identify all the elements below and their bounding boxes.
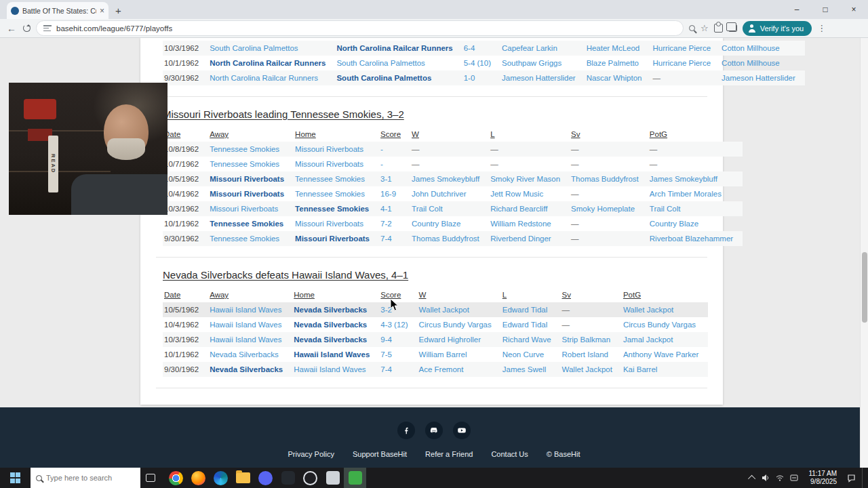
player-link-w[interactable]: Ace Fremont — [419, 365, 464, 373]
series-title[interactable]: Missouri Riverboats leading Tennessee Sm… — [163, 108, 701, 120]
home-team-link[interactable]: Tennessee Smokies — [295, 190, 365, 198]
away-team-link[interactable]: Tennessee Smokies — [210, 220, 283, 228]
game-score-link[interactable]: 9-4 — [380, 336, 392, 344]
verify-profile-button[interactable]: Verify it's you — [743, 21, 812, 36]
scrollbar-thumb[interactable] — [862, 252, 867, 323]
facebook-icon[interactable] — [397, 422, 415, 439]
player-link-w[interactable]: Edward Highroller — [419, 336, 481, 344]
zoom-icon[interactable] — [689, 25, 695, 31]
close-icon[interactable]: × — [840, 0, 868, 19]
player-link-l[interactable]: Smoky River Mason — [490, 175, 560, 183]
youtube-icon[interactable] — [453, 422, 471, 439]
game-score-link[interactable]: 6-4 — [464, 44, 475, 52]
home-team-link[interactable]: Tennessee Smokies — [295, 205, 369, 213]
player-link-l[interactable]: Jett Row Music — [490, 190, 543, 198]
column-header-potg[interactable]: PotG — [648, 127, 743, 142]
game-score-link[interactable]: 3-2 — [380, 306, 392, 314]
away-team-link[interactable]: Hawaii Island Waves — [210, 321, 281, 329]
home-team-link[interactable]: Missouri Riverboats — [295, 145, 363, 153]
column-header-home[interactable]: Home — [294, 127, 379, 142]
column-header-home[interactable]: Home — [292, 287, 379, 302]
player-link-w[interactable]: William Barrel — [419, 350, 467, 359]
taskbar-app-discord[interactable] — [254, 468, 277, 488]
player-link-potg[interactable]: Arch Timber Morales — [650, 190, 722, 198]
home-team-link[interactable]: Tennessee Smokies — [295, 175, 365, 183]
game-score-link[interactable]: 16-9 — [380, 190, 396, 198]
game-score-link[interactable]: 7-4 — [380, 365, 392, 373]
scrollbar[interactable] — [860, 38, 868, 468]
player-link-sv[interactable]: Smoky Homeplate — [571, 205, 635, 213]
player-link-w[interactable]: Trail Colt — [412, 205, 443, 213]
player-link-potg[interactable]: Kai Barrel — [623, 365, 658, 373]
site-info-icon[interactable] — [43, 25, 52, 31]
player-link-potg[interactable]: Jamal Jackpot — [623, 336, 673, 344]
player-link-l[interactable]: Riverbend Dinger — [490, 235, 551, 243]
away-team-link[interactable]: South Carolina Palmettos — [210, 44, 298, 52]
taskbar-search[interactable] — [31, 468, 140, 488]
away-team-link[interactable]: Tennessee Smokies — [210, 145, 279, 153]
player-link-potg[interactable]: Circus Bundy Vargas — [623, 321, 696, 329]
player-link-w[interactable]: Jameson Hatterslider — [502, 74, 576, 82]
taskbar-app-active[interactable] — [344, 468, 366, 488]
player-link-potg[interactable]: Wallet Jackpot — [623, 306, 673, 314]
tray-chevron-icon[interactable] — [748, 475, 755, 483]
player-link-l[interactable]: William Redstone — [490, 220, 551, 228]
browser-tab[interactable]: Battle Of The States: Current Se × — [7, 2, 108, 19]
player-link-w[interactable]: Southpaw Griggs — [502, 59, 561, 67]
column-header-score[interactable]: Score — [379, 127, 410, 142]
footer-link-contact[interactable]: Contact Us — [491, 450, 528, 458]
away-team-link[interactable]: Missouri Riverboats — [210, 190, 284, 198]
game-score-link[interactable]: 7-5 — [380, 350, 392, 359]
language-icon[interactable] — [790, 474, 798, 482]
taskbar-app-obs[interactable] — [299, 468, 321, 488]
away-team-link[interactable]: North Carolina Railcar Runners — [210, 74, 318, 82]
browser-menu-icon[interactable]: ⋮ — [817, 23, 826, 33]
player-link-l[interactable]: Neon Curve — [502, 350, 544, 359]
away-team-link[interactable]: Tennessee Smokies — [210, 235, 279, 243]
back-icon[interactable]: ← — [5, 23, 18, 34]
player-link-l[interactable]: Blaze Palmetto — [587, 59, 639, 67]
player-link-l[interactable]: Richard Bearcliff — [490, 205, 547, 213]
refresh-icon[interactable] — [23, 24, 31, 32]
player-link-sv[interactable]: Hurricane Pierce — [652, 59, 711, 67]
address-bar[interactable]: basehit.com/league/6777/playoffs — [36, 20, 684, 36]
game-score-link[interactable]: 7-2 — [380, 220, 392, 228]
footer-link-support[interactable]: Support BaseHit — [353, 450, 407, 458]
column-header-away[interactable]: Away — [208, 127, 294, 142]
column-header-date[interactable]: Date — [163, 287, 208, 302]
start-button[interactable] — [0, 468, 31, 488]
player-link-w[interactable]: Country Blaze — [412, 220, 460, 228]
column-header-sv[interactable]: Sv — [570, 127, 648, 142]
discord-icon[interactable] — [425, 422, 443, 439]
column-header-date[interactable]: Date — [163, 127, 208, 142]
game-score-link[interactable]: 1-0 — [464, 74, 475, 82]
player-link-l[interactable]: Edward Tidal — [502, 306, 547, 314]
search-input[interactable] — [46, 474, 126, 482]
player-link-sv[interactable]: Hurricane Pierce — [652, 44, 711, 52]
home-team-link[interactable]: South Carolina Palmettos — [336, 74, 431, 82]
away-team-link[interactable]: Tennessee Smokies — [210, 160, 279, 168]
network-icon[interactable] — [776, 474, 784, 482]
player-link-w[interactable]: Circus Bundy Vargas — [419, 321, 492, 329]
column-header-sv[interactable]: Sv — [561, 287, 622, 302]
away-team-link[interactable]: Nevada Silverbacks — [210, 350, 279, 359]
speaker-icon[interactable] — [762, 474, 770, 482]
minimize-icon[interactable]: – — [783, 0, 811, 19]
footer-link-privacy[interactable]: Privacy Policy — [288, 450, 334, 458]
taskbar-clock[interactable]: 11:17 AM 9/8/2025 — [804, 470, 841, 486]
column-header-w[interactable]: W — [410, 127, 489, 142]
player-link-w[interactable]: Wallet Jackpot — [419, 306, 469, 314]
home-team-link[interactable]: Hawaii Island Waves — [294, 365, 366, 373]
column-header-l[interactable]: L — [501, 287, 561, 302]
away-team-link[interactable]: Hawaii Island Waves — [210, 336, 281, 344]
home-team-link[interactable]: North Carolina Railcar Runners — [336, 44, 452, 52]
player-link-potg[interactable]: Country Blaze — [650, 220, 698, 228]
column-header-l[interactable]: L — [489, 127, 570, 142]
home-team-link[interactable]: Nevada Silverbacks — [294, 336, 367, 344]
home-team-link[interactable]: Missouri Riverboats — [295, 220, 363, 228]
home-team-link[interactable]: Nevada Silverbacks — [294, 321, 367, 329]
player-link-sv[interactable]: Robert Island — [562, 350, 608, 359]
player-link-l[interactable]: Richard Wave — [502, 336, 551, 344]
player-link-potg[interactable]: Anthony Wave Parker — [623, 350, 698, 359]
player-link-potg[interactable]: Cotton Millhouse — [722, 59, 780, 67]
